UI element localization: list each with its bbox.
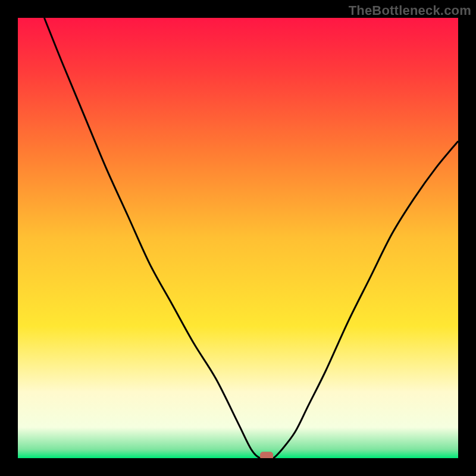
frame-left bbox=[0, 0, 18, 476]
frame-right bbox=[458, 0, 476, 476]
frame-bot bbox=[0, 458, 476, 476]
plot-background bbox=[18, 18, 458, 458]
bottleneck-curve-chart bbox=[0, 0, 476, 476]
chart-container: TheBottleneck.com bbox=[0, 0, 476, 476]
watermark-text: TheBottleneck.com bbox=[349, 3, 471, 18]
